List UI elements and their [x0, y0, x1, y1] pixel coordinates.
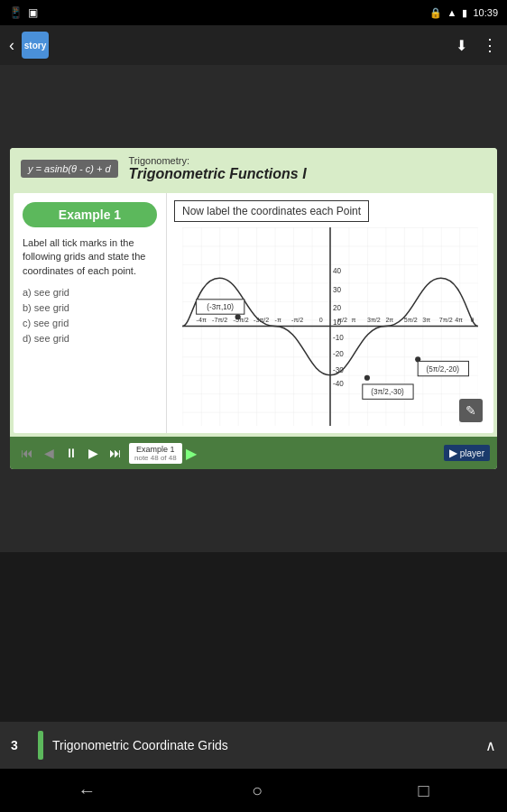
download-icon[interactable]: ⬇ — [456, 37, 467, 54]
svg-text:20: 20 — [333, 304, 342, 312]
svg-text:4π: 4π — [455, 317, 463, 324]
chapter-num: 3 — [11, 738, 29, 752]
svg-text:40: 40 — [333, 267, 342, 275]
svg-text:5π/2: 5π/2 — [404, 317, 418, 324]
svg-text:-π: -π — [275, 317, 281, 324]
play-green-button[interactable]: ▶ — [186, 445, 197, 462]
svg-text:-π/2: -π/2 — [291, 317, 303, 324]
svg-text:(5π/2,-20): (5π/2,-20) — [427, 365, 460, 374]
nav-left: ‹ story — [9, 32, 49, 59]
right-panel: Now label the coordinates each Point — [167, 193, 493, 433]
svg-text:0: 0 — [319, 317, 323, 324]
svg-text:30: 30 — [333, 286, 342, 294]
svg-text:2π: 2π — [385, 317, 393, 324]
phone-icon: 📱 — [9, 6, 23, 19]
player-label: ▶ player — [444, 445, 490, 461]
svg-point-28 — [235, 314, 241, 319]
bottom-section: 3 Trigonometric Coordinate Grids ∧ — [0, 722, 507, 769]
controls-bar: ⏮ ◀ ⏸ ▶ ⏭ Example 1 note 48 of 48 ▶ ▶ pl… — [10, 437, 497, 469]
lesson-body: Example 1 Label all tick marks in the fo… — [14, 193, 493, 433]
svg-text:(3π/2,-30): (3π/2,-30) — [371, 388, 404, 396]
chapter-color-bar — [38, 731, 43, 760]
left-panel: Example 1 Label all tick marks in the fo… — [14, 193, 167, 433]
nav-right: ⬇ ⋮ — [456, 35, 498, 55]
player-text: player — [460, 448, 484, 458]
controls-right: ▶ player — [444, 445, 490, 461]
graph-container: 40 30 20 10 -10 -20 -30 -40 -4π -7π/2 -5… — [174, 227, 486, 426]
status-bar: 📱 ▣ 🔒 ▲ ▮ 10:39 — [0, 0, 507, 25]
graph-svg: 40 30 20 10 -10 -20 -30 -40 -4π -7π/2 -5… — [174, 227, 486, 426]
svg-text:-40: -40 — [333, 380, 344, 388]
answer-a: a) see grid — [23, 287, 157, 298]
lesson-title: Trigonometric Functions I — [129, 166, 307, 182]
pause-button[interactable]: ⏸ — [61, 444, 81, 462]
wifi-icon: ▲ — [447, 7, 457, 18]
svg-text:-7π/2: -7π/2 — [212, 317, 227, 324]
prev-prev-button[interactable]: ⏮ — [17, 444, 37, 462]
tablet-icon: ▣ — [28, 6, 38, 19]
lesson-header: y = asinb(θ - c) + d Trigonometry: Trigo… — [10, 148, 497, 189]
instruction-text: Now label the coordinates each Point — [182, 205, 361, 217]
edit-icon[interactable]: ✎ — [459, 399, 483, 422]
svg-text:-4π: -4π — [197, 317, 207, 324]
answer-c: c) see grid — [23, 318, 157, 328]
status-right: 🔒 ▲ ▮ 10:39 — [429, 7, 498, 19]
lesson-title-block: Trigonometry: Trigonometric Functions I — [129, 155, 307, 182]
lesson-card: y = asinb(θ - c) + d Trigonometry: Trigo… — [10, 148, 497, 469]
example-label-text: Example 1 — [134, 445, 177, 454]
app-icon: story — [22, 32, 49, 59]
back-button[interactable]: ‹ — [9, 36, 14, 55]
android-nav: ← ○ □ — [0, 769, 507, 812]
instruction-box: Now label the coordinates each Point — [174, 200, 369, 222]
home-android-button[interactable]: ○ — [252, 780, 263, 801]
example-label-box: Example 1 note 48 of 48 — [129, 443, 182, 464]
answer-d: d) see grid — [23, 333, 157, 344]
svg-text:7π/2: 7π/2 — [439, 317, 453, 324]
top-nav: ‹ story ⬇ ⋮ — [0, 25, 507, 65]
expand-button[interactable]: ∧ — [485, 737, 496, 754]
svg-text:3π/2: 3π/2 — [367, 317, 381, 324]
main-content: y = asinb(θ - c) + d Trigonometry: Trigo… — [0, 65, 507, 552]
formula-badge: y = asinb(θ - c) + d — [21, 160, 118, 178]
svg-point-31 — [364, 375, 370, 381]
example-sublabel-text: note 48 of 48 — [134, 454, 177, 462]
controls-left: ⏮ ◀ ⏸ ▶ ⏭ Example 1 note 48 of 48 ▶ — [17, 443, 197, 464]
next-next-button[interactable]: ⏭ — [106, 444, 125, 462]
svg-text:π/2: π/2 — [337, 317, 347, 324]
next-button[interactable]: ▶ — [85, 444, 102, 462]
clock: 10:39 — [473, 7, 498, 18]
more-icon[interactable]: ⋮ — [482, 35, 498, 55]
answer-b: b) see grid — [23, 302, 157, 313]
svg-text:3π: 3π — [422, 317, 430, 324]
svg-text:π: π — [352, 317, 356, 324]
svg-text:-3π/2: -3π/2 — [254, 317, 269, 324]
svg-text:-10: -10 — [333, 334, 344, 342]
lock-icon: 🔒 — [429, 7, 442, 19]
back-android-button[interactable]: ← — [78, 780, 96, 801]
battery-icon: ▮ — [462, 7, 467, 19]
chapter-title: Trigonometric Coordinate Grids — [52, 738, 476, 752]
lesson-subtitle: Trigonometry: — [129, 155, 307, 166]
example-badge: Example 1 — [23, 202, 157, 227]
recents-android-button[interactable]: □ — [419, 780, 429, 801]
svg-text:-20: -20 — [333, 350, 344, 358]
example-desc: Label all tick marks in the following gr… — [23, 236, 157, 278]
prev-button[interactable]: ◀ — [41, 444, 58, 462]
status-left: 📱 ▣ — [9, 6, 38, 19]
player-icon: ▶ — [449, 447, 457, 459]
svg-text:(-3π,10): (-3π,10) — [207, 303, 234, 311]
